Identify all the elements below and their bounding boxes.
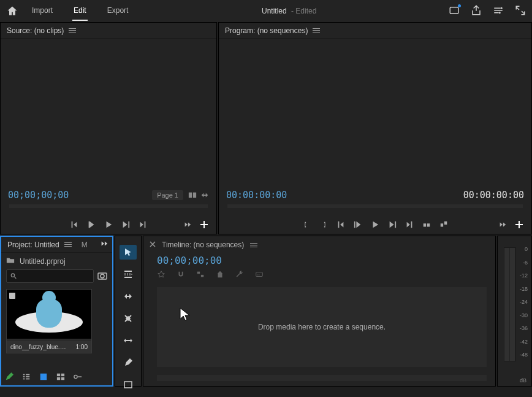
program-more-icon[interactable] bbox=[498, 220, 507, 229]
step-back-icon[interactable] bbox=[87, 220, 96, 229]
play-icon[interactable] bbox=[104, 220, 113, 229]
marker-icon[interactable] bbox=[216, 270, 224, 279]
caption-icon[interactable]: cc bbox=[255, 270, 264, 279]
write-mode-icon[interactable] bbox=[5, 372, 13, 383]
insert-overwrite-icon[interactable] bbox=[200, 191, 209, 199]
fullscreen-icon[interactable] bbox=[515, 5, 526, 18]
project-overflow-icon[interactable] bbox=[100, 239, 108, 250]
track-select-tool[interactable] bbox=[120, 267, 137, 282]
linked-selection-icon[interactable] bbox=[196, 270, 205, 279]
bin-icon[interactable] bbox=[6, 256, 15, 266]
ripple-edit-tool[interactable] bbox=[120, 289, 137, 304]
top-bar: Import Edit Export Untitled - Edited bbox=[0, 0, 532, 22]
svg-rect-30 bbox=[124, 382, 132, 388]
source-monitor-view[interactable]: 00;00;00;00 Page 1 bbox=[1, 39, 216, 234]
extract-icon[interactable] bbox=[439, 220, 448, 229]
tab-edit[interactable]: Edit bbox=[72, 1, 88, 21]
program-step-forward-icon[interactable] bbox=[388, 220, 397, 229]
program-timecode-right[interactable]: 00:00:00:00 bbox=[463, 190, 524, 201]
timeline-scrollbar[interactable] bbox=[157, 375, 487, 381]
timeline-drop-zone[interactable]: Drop media here to create a sequence. bbox=[157, 287, 487, 367]
slip-tool[interactable] bbox=[120, 333, 137, 348]
source-scrub-bar[interactable] bbox=[9, 204, 208, 208]
source-more-icon[interactable] bbox=[183, 220, 192, 229]
program-scrub-bar[interactable] bbox=[227, 204, 523, 208]
program-monitor-panel: Program: (no sequences) 00:00:00:00 00:0… bbox=[218, 22, 532, 234]
timeline-panel: Timeline: (no sequences) 00;00;00;00 cc … bbox=[143, 236, 496, 387]
project-panel-menu-icon[interactable] bbox=[64, 242, 72, 247]
project-other-tab[interactable]: M bbox=[82, 241, 88, 249]
source-page-indicator[interactable]: Page 1 bbox=[152, 190, 183, 200]
project-filename: Untitled.prproj bbox=[20, 257, 66, 266]
nest-icon[interactable] bbox=[157, 270, 165, 279]
lift-icon[interactable] bbox=[422, 220, 431, 229]
svg-point-9 bbox=[11, 274, 14, 277]
source-panel-menu-icon[interactable] bbox=[69, 28, 76, 33]
svg-rect-7 bbox=[441, 223, 443, 226]
tools-panel bbox=[115, 236, 142, 387]
audio-meter-unit: dB bbox=[520, 377, 526, 384]
clip-name: dino__fuzzy_blue.0001.... bbox=[10, 344, 69, 350]
share-icon[interactable] bbox=[471, 5, 482, 18]
svg-rect-27 bbox=[124, 274, 132, 275]
program-monitor-view[interactable]: 00:00:00:00 00:00:00:00 bbox=[219, 39, 531, 234]
tab-import[interactable]: Import bbox=[31, 1, 54, 21]
mark-out-icon[interactable] bbox=[139, 220, 147, 229]
project-tab-label[interactable]: Project: Untitled bbox=[7, 241, 59, 249]
timeline-timecode[interactable]: 00;00;00;00 bbox=[143, 253, 495, 268]
workspace-settings-icon[interactable] bbox=[493, 5, 504, 18]
svg-point-11 bbox=[101, 274, 104, 278]
go-to-in-icon[interactable] bbox=[336, 220, 345, 229]
zoom-slider-icon[interactable] bbox=[74, 372, 82, 383]
razor-tool[interactable] bbox=[120, 311, 137, 326]
svg-rect-21 bbox=[61, 374, 64, 376]
project-search-box[interactable] bbox=[6, 269, 94, 283]
selection-tool[interactable] bbox=[120, 245, 137, 260]
program-timecode-left[interactable]: 00:00:00:00 bbox=[226, 190, 287, 201]
program-panel-menu-icon[interactable] bbox=[313, 28, 320, 33]
step-forward-icon[interactable] bbox=[121, 220, 130, 229]
audio-meter-panel: 0 -6 -12 -18 -24 -30 -36 -42 -48 dB bbox=[497, 236, 532, 387]
project-search-input[interactable] bbox=[20, 272, 89, 280]
list-view-icon[interactable] bbox=[22, 372, 31, 383]
project-panel: Project: Untitled M Untitled.prproj dino bbox=[0, 236, 113, 387]
tab-export[interactable]: Export bbox=[106, 1, 130, 21]
program-add-button-icon[interactable] bbox=[514, 220, 524, 229]
quick-export-icon[interactable] bbox=[449, 5, 460, 18]
new-search-bin-icon[interactable] bbox=[97, 271, 107, 282]
svg-rect-12 bbox=[9, 293, 15, 299]
go-to-out-icon[interactable] bbox=[405, 220, 414, 229]
svg-rect-22 bbox=[57, 377, 60, 380]
rectangle-tool[interactable] bbox=[120, 377, 137, 392]
timeline-panel-menu-icon[interactable] bbox=[250, 243, 257, 247]
settings-wrench-icon[interactable] bbox=[235, 270, 244, 279]
icon-view-icon[interactable] bbox=[39, 372, 48, 383]
audio-meter-bars[interactable] bbox=[504, 247, 516, 361]
source-add-button-icon[interactable] bbox=[199, 220, 209, 229]
project-clip-thumb[interactable]: dino__fuzzy_blue.0001.... 1:00 bbox=[6, 289, 92, 353]
svg-rect-16 bbox=[26, 376, 29, 377]
svg-rect-32 bbox=[201, 275, 203, 277]
pen-tool[interactable] bbox=[120, 355, 137, 370]
program-play-icon[interactable] bbox=[371, 220, 379, 229]
snap-icon[interactable] bbox=[177, 270, 185, 279]
timeline-close-icon[interactable] bbox=[150, 241, 156, 249]
svg-text:cc: cc bbox=[257, 273, 260, 276]
svg-rect-20 bbox=[57, 374, 60, 376]
clip-view-icon[interactable] bbox=[188, 191, 197, 199]
mark-in-icon[interactable] bbox=[70, 220, 78, 229]
svg-point-24 bbox=[74, 375, 77, 378]
program-transport bbox=[219, 220, 531, 229]
home-icon[interactable] bbox=[6, 5, 18, 17]
mark-in-bracket-icon[interactable] bbox=[302, 220, 311, 229]
timeline-title: Timeline: (no sequences) bbox=[162, 241, 244, 249]
svg-rect-14 bbox=[26, 374, 29, 376]
project-footer bbox=[5, 372, 108, 383]
freeform-view-icon[interactable] bbox=[56, 372, 65, 383]
document-title: Untitled - Edited bbox=[129, 7, 449, 15]
mark-out-bracket-icon[interactable] bbox=[319, 220, 328, 229]
edited-indicator: - Edited bbox=[291, 7, 316, 15]
source-timecode[interactable]: 00;00;00;00 bbox=[8, 190, 69, 201]
svg-point-1 bbox=[501, 7, 503, 9]
program-step-back-icon[interactable] bbox=[354, 220, 362, 229]
